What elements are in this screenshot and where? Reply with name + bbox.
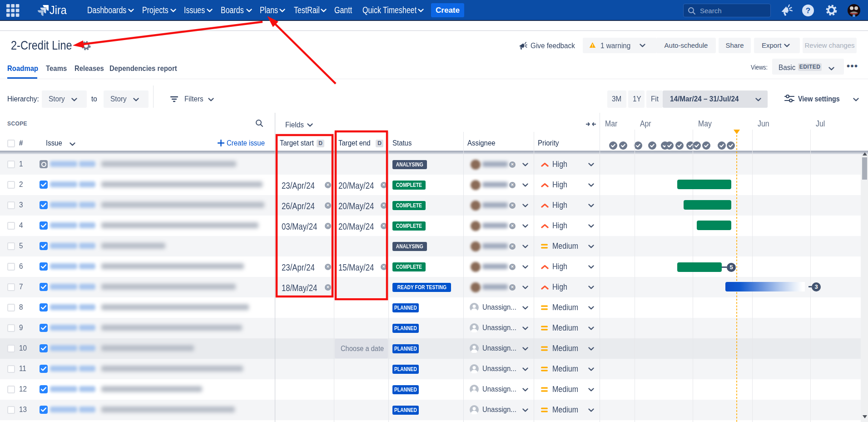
svg-text:?: ? [806, 6, 810, 15]
